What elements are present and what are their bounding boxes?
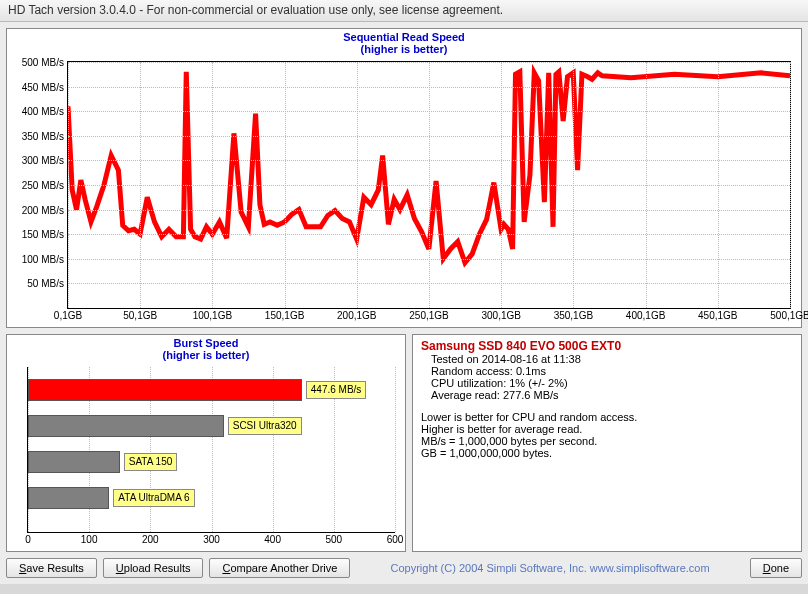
burst-subtitle: (higher is better) [163, 349, 250, 361]
seq-read-title-text: Sequential Read Speed [343, 31, 465, 43]
burst-bar-label: SCSI Ultra320 [228, 417, 302, 435]
avg-read: Average read: 277.6 MB/s [431, 389, 793, 401]
y-tick: 50 MB/s [27, 278, 64, 289]
y-tick: 200 MB/s [22, 204, 64, 215]
burst-bar [28, 487, 109, 509]
note-mbs: MB/s = 1,000,000 bytes per second. [421, 435, 793, 447]
burst-bar-label: ATA UltraDMA 6 [113, 489, 194, 507]
y-tick: 150 MB/s [22, 229, 64, 240]
burst-x-tick: 500 [325, 534, 342, 545]
burst-bar [28, 451, 120, 473]
tested-on: Tested on 2014-08-16 at 11:38 [431, 353, 793, 365]
button-row: Save Results Upload Results Compare Anot… [6, 558, 802, 578]
seq-read-title: Sequential Read Speed (higher is better) [7, 31, 801, 55]
burst-bar-label: 447.6 MB/s [306, 381, 367, 399]
note-gb: GB = 1,000,000,000 bytes. [421, 447, 793, 459]
compare-button[interactable]: Compare Another Drive [209, 558, 350, 578]
y-tick: 500 MB/s [22, 57, 64, 68]
note-avg: Higher is better for average read. [421, 423, 793, 435]
y-tick: 350 MB/s [22, 130, 64, 141]
info-panel: Samsung SSD 840 EVO 500G EXT0 Tested on … [412, 334, 802, 552]
x-tick: 150,1GB [265, 310, 304, 321]
random-access: Random access: 0.1ms [431, 365, 793, 377]
x-tick: 200,1GB [337, 310, 376, 321]
y-tick: 450 MB/s [22, 81, 64, 92]
y-tick: 300 MB/s [22, 155, 64, 166]
compare-label: ompare Another Drive [230, 562, 337, 574]
burst-bar [28, 379, 302, 401]
x-tick: 350,1GB [554, 310, 593, 321]
save-label: ave Results [26, 562, 83, 574]
y-tick: 400 MB/s [22, 106, 64, 117]
burst-title: Burst Speed (higher is better) [7, 337, 405, 361]
x-tick: 50,1GB [123, 310, 157, 321]
x-tick: 400,1GB [626, 310, 665, 321]
burst-x-tick: 400 [264, 534, 281, 545]
burst-x-tick: 0 [25, 534, 31, 545]
done-button[interactable]: Done [750, 558, 802, 578]
seq-read-subtitle: (higher is better) [361, 43, 448, 55]
seq-read-panel: Sequential Read Speed (higher is better)… [6, 28, 802, 328]
drive-name: Samsung SSD 840 EVO 500G EXT0 [421, 339, 793, 353]
burst-title-text: Burst Speed [174, 337, 239, 349]
copyright: Copyright (C) 2004 Simpli Software, Inc.… [356, 562, 743, 574]
burst-chart: 0100200300400500600447.6 MB/sSCSI Ultra3… [27, 367, 395, 533]
titlebar: HD Tach version 3.0.4.0 - For non-commer… [0, 0, 808, 22]
x-tick: 450,1GB [698, 310, 737, 321]
burst-x-tick: 200 [142, 534, 159, 545]
burst-bar-label: SATA 150 [124, 453, 178, 471]
done-label: one [771, 562, 789, 574]
burst-x-tick: 300 [203, 534, 220, 545]
x-tick: 500,1GB [770, 310, 808, 321]
cpu-util: CPU utilization: 1% (+/- 2%) [431, 377, 793, 389]
window-body: Sequential Read Speed (higher is better)… [0, 22, 808, 584]
save-button[interactable]: Save Results [6, 558, 97, 578]
x-tick: 100,1GB [193, 310, 232, 321]
burst-x-tick: 100 [81, 534, 98, 545]
x-tick: 300,1GB [481, 310, 520, 321]
x-tick: 250,1GB [409, 310, 448, 321]
note-cpu: Lower is better for CPU and random acces… [421, 411, 793, 423]
seq-read-chart: 50 MB/s100 MB/s150 MB/s200 MB/s250 MB/s3… [67, 61, 791, 309]
y-tick: 100 MB/s [22, 253, 64, 264]
y-tick: 250 MB/s [22, 180, 64, 191]
burst-panel: Burst Speed (higher is better) 010020030… [6, 334, 406, 552]
burst-x-tick: 600 [387, 534, 404, 545]
burst-bar [28, 415, 224, 437]
upload-button[interactable]: Upload Results [103, 558, 204, 578]
upload-label: pload Results [124, 562, 191, 574]
x-tick: 0,1GB [54, 310, 82, 321]
